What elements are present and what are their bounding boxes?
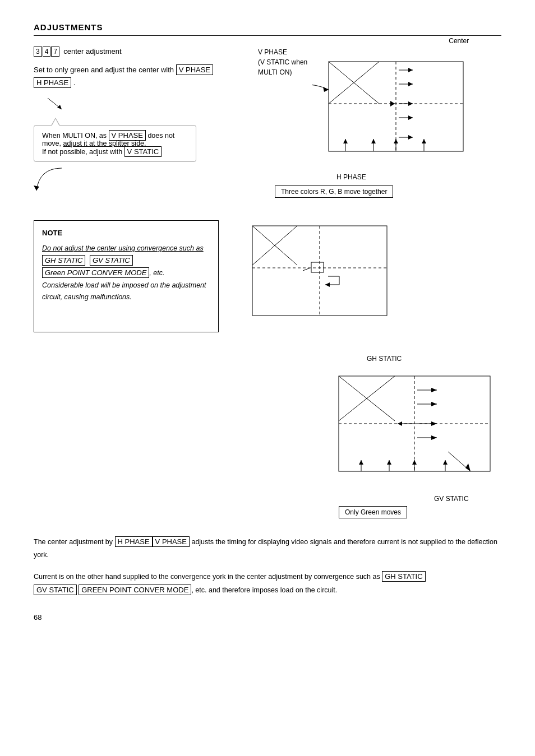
- note-content: Do not adjust the center using convergen…: [42, 243, 210, 303]
- right-panel-diagram1: V PHASE(V STATIC whenMULTI ON) Center: [258, 47, 501, 198]
- page-title: ADJUSTMENTS: [34, 22, 501, 36]
- middle-diagram: [236, 220, 398, 332]
- svg-marker-57: [387, 460, 391, 465]
- only-green-caption: Only Green moves: [339, 506, 407, 518]
- footer-text-1: The center adjustment by H PHASEV PHASE …: [34, 535, 501, 561]
- v-static-box-callout: V STATIC: [124, 146, 162, 157]
- gv-static-note: GV STATIC: [90, 255, 133, 266]
- gh-static-footer: GH STATIC: [382, 571, 425, 582]
- svg-line-34: [303, 268, 310, 271]
- svg-marker-21: [371, 139, 376, 143]
- footer-section: The center adjustment by H PHASEV PHASE …: [34, 535, 501, 596]
- gh-static-note: GH STATIC: [42, 255, 85, 266]
- diagram2-container: [236, 220, 501, 332]
- svg-marker-1: [57, 105, 62, 109]
- green-mode-note: Green POINT CONVER MODE: [42, 267, 149, 278]
- note-title: NOTE: [42, 228, 210, 239]
- arrow-svg-1: [45, 95, 67, 112]
- svg-marker-47: [431, 402, 437, 406]
- green-mode-footer: GREEN POINT CONVER MODE: [79, 585, 191, 595]
- svg-marker-55: [359, 460, 363, 465]
- svg-marker-11: [408, 82, 413, 86]
- svg-marker-15: [408, 115, 413, 120]
- gv-static-inner: GH STATIC: [311, 355, 501, 518]
- svg-marker-45: [431, 388, 437, 392]
- h-phase-footer: H PHASE: [115, 536, 153, 547]
- top-section: 347 center adjustment Set to only green …: [34, 47, 501, 198]
- gv-static-section: GH STATIC: [34, 355, 501, 518]
- callout-text: When MULTI ON, as V PHASE does not move,…: [42, 132, 174, 156]
- svg-marker-27: [390, 101, 395, 106]
- caption-box-1: Three colors R, G, B move together: [275, 185, 393, 198]
- etc-note: , etc.: [149, 269, 164, 277]
- svg-marker-63: [465, 463, 471, 471]
- footer-text-2: Current is on the other hand supplied to…: [34, 570, 501, 596]
- svg-marker-61: [443, 460, 448, 465]
- note-line1: Do not adjust the center using convergen…: [42, 244, 204, 252]
- svg-marker-2: [34, 185, 39, 191]
- gv-static-footer: GV STATIC: [34, 585, 77, 595]
- v-phase-box-1: V PHASE: [176, 64, 213, 75]
- svg-marker-23: [394, 139, 398, 143]
- callout-box: When MULTI ON, as V PHASE does not move,…: [34, 125, 196, 162]
- note-line2: Considerable load will be imposed on the…: [42, 281, 206, 289]
- section-label-text: center adjustment: [63, 47, 121, 55]
- gv-static-label: GV STATIC: [434, 495, 469, 503]
- gv-static-diagram: [311, 365, 501, 494]
- center-adjustment-diagram: [312, 56, 474, 168]
- v-phase-label: V PHASE(V STATIC whenMULTI ON): [258, 47, 307, 170]
- curved-arrow-svg: [34, 165, 67, 193]
- left-panel: 347 center adjustment Set to only green …: [34, 47, 241, 198]
- h-phase-box-1: H PHASE: [34, 77, 71, 88]
- svg-marker-17: [408, 135, 413, 140]
- gh-static-label: GH STATIC: [367, 355, 402, 363]
- h-phase-label-diagram: H PHASE: [336, 173, 366, 181]
- note-line3: circuit, causing malfunctions.: [42, 293, 132, 301]
- svg-marker-19: [343, 139, 348, 143]
- svg-marker-25: [422, 139, 426, 143]
- svg-marker-59: [412, 460, 417, 465]
- section-label: 347 center adjustment: [34, 47, 241, 55]
- svg-marker-38: [325, 282, 330, 287]
- svg-marker-53: [398, 421, 402, 426]
- svg-marker-9: [408, 68, 413, 72]
- svg-marker-13: [408, 101, 413, 106]
- svg-rect-33: [311, 262, 324, 272]
- instruction-text: Set to only green and adjust the center …: [34, 63, 241, 90]
- svg-marker-49: [431, 421, 437, 426]
- page-number: 68: [34, 613, 501, 622]
- middle-section: NOTE Do not adjust the center using conv…: [34, 220, 501, 332]
- note-box: NOTE Do not adjust the center using conv…: [34, 220, 219, 332]
- svg-marker-26: [323, 87, 329, 92]
- v-phase-footer: V PHASE: [153, 536, 190, 547]
- center-label: Center: [449, 37, 469, 45]
- svg-marker-51: [431, 435, 437, 440]
